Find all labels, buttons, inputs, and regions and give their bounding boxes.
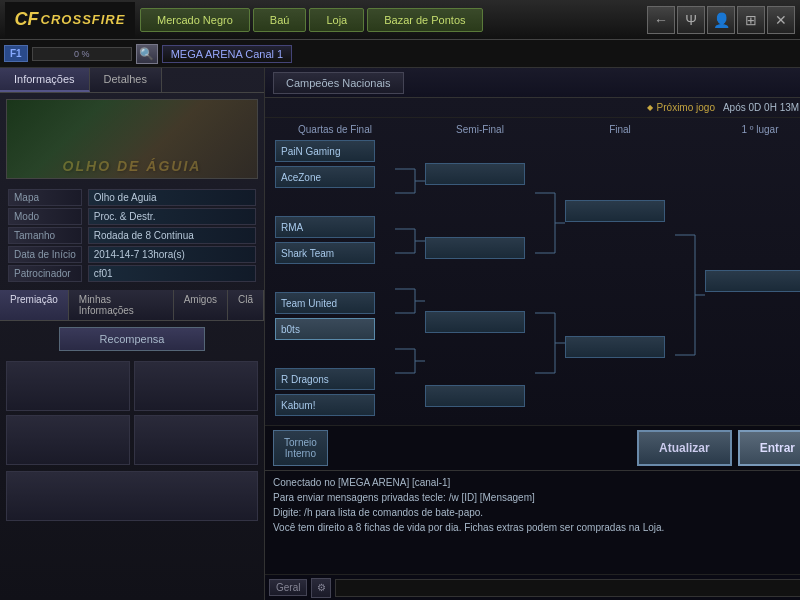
tamanho-label: Tamanho <box>8 227 82 244</box>
right-panel: Campeões Nacionais Próximo jogo Após 0D … <box>265 68 800 600</box>
round-primeiro-header: 1 º lugar <box>705 124 800 135</box>
chat-messages: Conectado no [MEGA ARENA] [canal-1] Para… <box>265 471 800 574</box>
tournament-title: Campeões Nacionais <box>273 72 404 94</box>
chat-message-4: Você tem direito a 8 fichas de vida por … <box>273 520 800 535</box>
tab-premiacao[interactable]: Premiação <box>0 290 69 320</box>
round-quartas-header: Quartas de Final <box>275 124 395 135</box>
prize-box-3 <box>6 415 130 465</box>
nav-tabs: Mercado Negro Baú Loja Bazar de Pontos <box>140 8 642 32</box>
server-name: MEGA ARENA Canal 1 <box>162 45 293 63</box>
chat-message-3: Digite: /h para lista de comandos de bat… <box>273 505 800 520</box>
xp-progress-bar: 0 % <box>32 47 132 61</box>
patrocinador-value: cf01 <box>88 265 256 282</box>
close-icon-btn[interactable]: ✕ <box>767 6 795 34</box>
tab-minhas-informacoes[interactable]: Minhas Informações <box>69 290 174 320</box>
next-game-label: Próximo jogo <box>647 102 715 113</box>
map-background <box>7 100 257 178</box>
map-info-grid: Mapa Olho de Aguia Modo Proc. & Destr. T… <box>0 185 264 286</box>
time-display: Após 0D 0H 13M <box>723 102 799 113</box>
team-slot-acezone[interactable]: AceZone <box>275 166 375 188</box>
left-panel: Informações Detalhes OLHO DE ÁGUIA Mapa … <box>0 68 265 600</box>
prize-box-4 <box>134 415 258 465</box>
nav-icon-buttons: ← Ψ 👤 ⊞ ✕ <box>647 6 795 34</box>
modo-label: Modo <box>8 208 82 225</box>
mapa-value: Olho de Aguia <box>88 189 256 206</box>
torneio-interno-button[interactable]: Torneio Interno <box>273 430 328 466</box>
tournament-header: Campeões Nacionais <box>265 68 800 98</box>
quartas-column: PaiN Gaming AceZone RMA Shark Team Team … <box>275 139 395 417</box>
final-slot-1[interactable] <box>565 200 665 222</box>
chat-text-input[interactable] <box>335 579 800 597</box>
semi-column <box>425 162 535 408</box>
entrar-button[interactable]: Entrar <box>738 430 800 466</box>
semi-slot-2[interactable] <box>425 237 525 259</box>
torneio-line2: Interno <box>284 448 317 459</box>
chat-area: Conectado no [MEGA ARENA] [canal-1] Para… <box>265 470 800 600</box>
reward-button[interactable]: Recompensa <box>59 327 206 351</box>
team-slot-pain-gaming[interactable]: PaiN Gaming <box>275 140 375 162</box>
tab-detalhes[interactable]: Detalhes <box>90 68 162 92</box>
team-slot-b0ts[interactable]: b0ts <box>275 318 375 340</box>
user-icon-btn[interactable]: 👤 <box>707 6 735 34</box>
team-slot-r-dragons[interactable]: R Dragons <box>275 368 375 390</box>
prize-boxes-grid <box>0 357 264 469</box>
patrocinador-label: Patrocinador <box>8 265 82 282</box>
prize-box-2 <box>134 361 258 411</box>
tab-mercado-negro[interactable]: Mercado Negro <box>140 8 250 32</box>
search-button[interactable]: 🔍 <box>136 44 158 64</box>
tab-cla[interactable]: Clã <box>228 290 264 320</box>
atualizar-button[interactable]: Atualizar <box>637 430 732 466</box>
top-navigation: CF CROSSFIRE Mercado Negro Baú Loja Baza… <box>0 0 800 40</box>
psi-icon-btn[interactable]: Ψ <box>677 6 705 34</box>
chat-channel-select[interactable]: Geral <box>269 579 307 596</box>
chat-settings-button[interactable]: ⚙ <box>311 578 331 598</box>
first-place-column <box>705 269 800 293</box>
xp-progress-text: 0 % <box>33 48 131 60</box>
tab-bazar-de-pontos[interactable]: Bazar de Pontos <box>367 8 482 32</box>
team-slot-team-united[interactable]: Team United <box>275 292 375 314</box>
f1-badge: F1 <box>4 45 28 62</box>
tab-informacoes[interactable]: Informações <box>0 68 90 92</box>
semi-slot-1[interactable] <box>425 163 525 185</box>
team-slot-shark-team[interactable]: Shark Team <box>275 242 375 264</box>
prize-box-1 <box>6 361 130 411</box>
data-value: 2014-14-7 13hora(s) <box>88 246 256 263</box>
search-bar: F1 0 % 🔍 MEGA ARENA Canal 1 <box>0 40 800 68</box>
round-semi-header: Semi-Final <box>425 124 535 135</box>
tab-bau[interactable]: Baú <box>253 8 307 32</box>
chat-input-bar: Geral ⚙ <box>265 574 800 600</box>
map-preview: OLHO DE ÁGUIA <box>6 99 258 179</box>
chat-message-2: Para enviar mensagens privadas tecle: /w… <box>273 490 800 505</box>
logo: CF CROSSFIRE <box>5 2 135 38</box>
bracket-top-bar: Próximo jogo Após 0D 0H 13M ▼ <box>265 98 800 118</box>
chat-message-1: Conectado no [MEGA ARENA] [canal-1] <box>273 475 800 490</box>
first-place-slot[interactable] <box>705 270 800 292</box>
main-layout: Informações Detalhes OLHO DE ÁGUIA Mapa … <box>0 68 800 600</box>
data-label: Data de Início <box>8 246 82 263</box>
semi-slot-4[interactable] <box>425 385 525 407</box>
tamanho-value: Rodada de 8 Continua <box>88 227 256 244</box>
mapa-label: Mapa <box>8 189 82 206</box>
team-slot-rma[interactable]: RMA <box>275 216 375 238</box>
torneio-line1: Torneio <box>284 437 317 448</box>
tab-loja[interactable]: Loja <box>309 8 364 32</box>
left-panel-tabs: Informações Detalhes <box>0 68 264 93</box>
semi-slot-3[interactable] <box>425 311 525 333</box>
team-slot-kabum[interactable]: Kabum! <box>275 394 375 416</box>
bracket-area: Próximo jogo Após 0D 0H 13M ▼ Quartas de… <box>265 98 800 425</box>
final-slot-2[interactable] <box>565 336 665 358</box>
grid-icon-btn[interactable]: ⊞ <box>737 6 765 34</box>
tab-amigos[interactable]: Amigos <box>174 290 228 320</box>
prize-box-wide <box>6 471 258 521</box>
premio-tabs: Premiação Minhas Informações Amigos Clã <box>0 290 264 321</box>
logo-crossfire-text: CROSSFIRE <box>41 12 126 27</box>
bottom-buttons: Torneio Interno Atualizar Entrar <box>265 425 800 470</box>
logo-cf-text: CF <box>15 9 39 30</box>
final-column <box>565 199 675 359</box>
round-final-header: Final <box>565 124 675 135</box>
modo-value: Proc. & Destr. <box>88 208 256 225</box>
back-icon-btn[interactable]: ← <box>647 6 675 34</box>
